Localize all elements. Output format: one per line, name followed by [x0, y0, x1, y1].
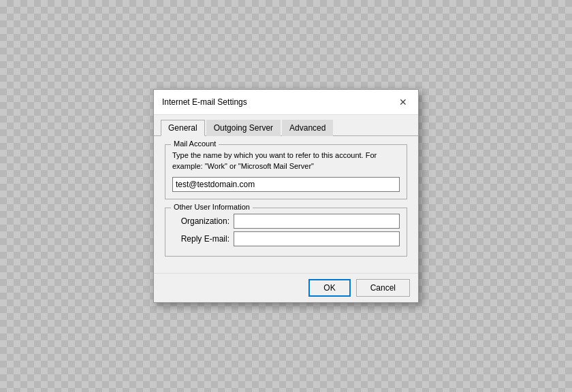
organization-row: Organization: [172, 214, 400, 229]
reply-email-input[interactable] [234, 231, 400, 246]
tab-bar: General Outgoing Server Advanced [154, 115, 418, 136]
dialog-title: Internet E-mail Settings [162, 97, 247, 107]
title-bar: Internet E-mail Settings ✕ [154, 90, 418, 115]
close-button[interactable]: ✕ [396, 95, 410, 109]
tab-outgoing-server[interactable]: Outgoing Server [206, 120, 281, 136]
internet-email-settings-dialog: Internet E-mail Settings ✕ General Outgo… [153, 89, 419, 303]
organization-label: Organization: [172, 216, 234, 226]
other-user-info-legend: Other User Information [171, 203, 253, 211]
mail-account-description: Type the name by which you want to refer… [172, 150, 400, 172]
tab-general[interactable]: General [161, 120, 205, 136]
reply-email-label: Reply E-mail: [172, 234, 234, 244]
tab-content-general: Mail Account Type the name by which you … [154, 136, 418, 273]
other-user-info-group: Other User Information Organization: Rep… [165, 208, 407, 257]
mail-account-legend: Mail Account [171, 140, 219, 148]
ok-button[interactable]: OK [308, 279, 350, 297]
mail-account-group: Mail Account Type the name by which you … [165, 144, 407, 199]
mail-account-input[interactable] [172, 177, 400, 192]
organization-input[interactable] [234, 214, 400, 229]
tab-advanced[interactable]: Advanced [282, 120, 333, 136]
dialog-footer: OK Cancel [154, 273, 418, 302]
reply-email-row: Reply E-mail: [172, 231, 400, 246]
cancel-button[interactable]: Cancel [356, 279, 410, 297]
